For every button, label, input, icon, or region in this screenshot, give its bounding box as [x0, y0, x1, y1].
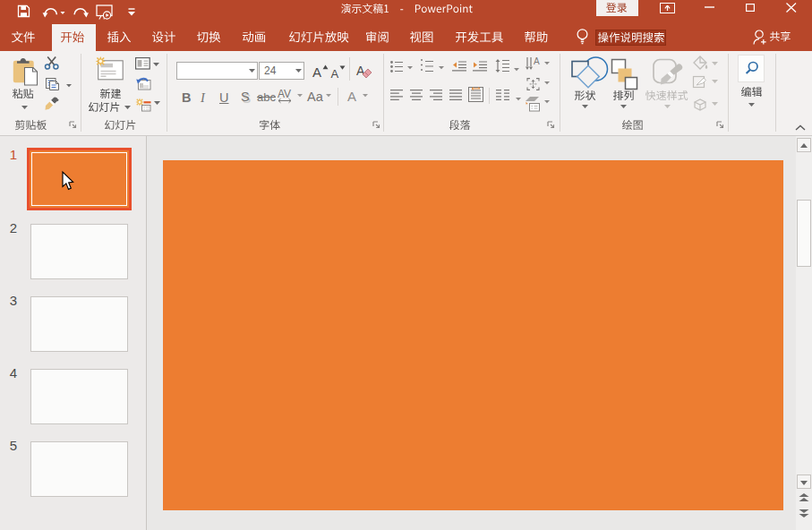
svg-text:A: A	[534, 56, 540, 66]
